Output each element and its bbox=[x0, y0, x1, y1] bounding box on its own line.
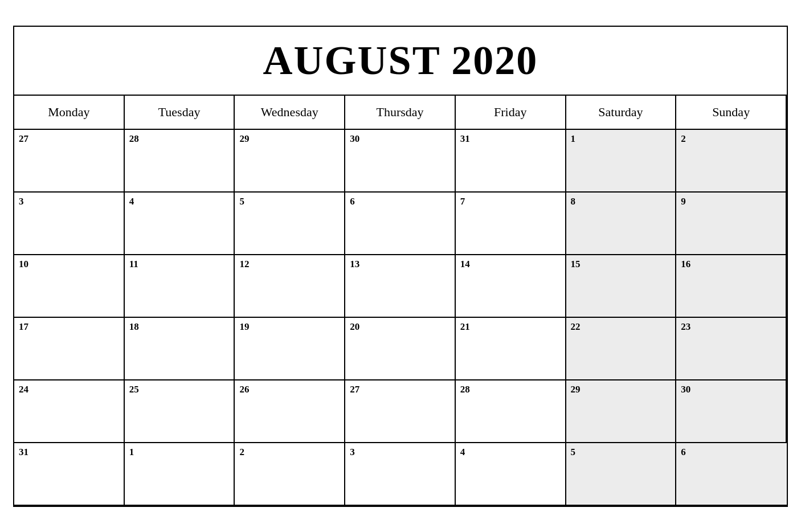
day-cell: 21 bbox=[456, 318, 566, 380]
day-cell: 27 bbox=[345, 380, 456, 443]
day-cell: 5 bbox=[566, 443, 677, 506]
day-number: 17 bbox=[19, 321, 28, 332]
day-cell: 20 bbox=[345, 318, 456, 380]
day-number: 6 bbox=[681, 447, 686, 457]
day-number: 24 bbox=[19, 384, 28, 395]
day-cell: 3 bbox=[14, 193, 125, 255]
day-number: 31 bbox=[19, 447, 28, 457]
day-cell: 23 bbox=[676, 318, 787, 380]
day-number: 16 bbox=[681, 259, 690, 269]
calendar-title: AUGUST 2020 bbox=[14, 27, 787, 96]
day-number: 25 bbox=[129, 384, 139, 395]
day-cell: 22 bbox=[566, 318, 677, 380]
day-header-saturday: Saturday bbox=[566, 96, 677, 130]
day-number: 30 bbox=[681, 384, 690, 395]
calendar-grid: MondayTuesdayWednesdayThursdayFridaySatu… bbox=[14, 96, 787, 506]
day-header-thursday: Thursday bbox=[345, 96, 456, 130]
day-cell: 6 bbox=[345, 193, 456, 255]
day-cell: 30 bbox=[676, 380, 787, 443]
day-cell: 6 bbox=[676, 443, 787, 506]
day-number: 20 bbox=[350, 321, 359, 332]
day-number: 26 bbox=[239, 384, 249, 395]
day-cell: 15 bbox=[566, 255, 677, 318]
day-cell: 10 bbox=[14, 255, 125, 318]
day-number: 3 bbox=[350, 447, 355, 457]
day-cell: 30 bbox=[345, 130, 456, 193]
day-number: 2 bbox=[239, 447, 244, 457]
day-cell: 17 bbox=[14, 318, 125, 380]
day-number: 4 bbox=[460, 447, 465, 457]
day-cell: 14 bbox=[456, 255, 566, 318]
day-cell: 4 bbox=[456, 443, 566, 506]
day-cell: 3 bbox=[345, 443, 456, 506]
day-number: 21 bbox=[460, 321, 470, 332]
day-cell: 13 bbox=[345, 255, 456, 318]
day-number: 5 bbox=[571, 447, 576, 457]
day-number: 29 bbox=[239, 133, 249, 144]
day-number: 23 bbox=[681, 321, 690, 332]
day-header-sunday: Sunday bbox=[676, 96, 787, 130]
day-cell: 1 bbox=[125, 443, 235, 506]
day-cell: 26 bbox=[235, 380, 345, 443]
day-number: 11 bbox=[129, 259, 138, 269]
day-cell: 8 bbox=[566, 193, 677, 255]
day-number: 10 bbox=[19, 259, 28, 269]
day-header-wednesday: Wednesday bbox=[235, 96, 345, 130]
day-cell: 29 bbox=[566, 380, 677, 443]
day-number: 15 bbox=[571, 259, 581, 269]
day-number: 1 bbox=[129, 447, 134, 457]
day-cell: 31 bbox=[456, 130, 566, 193]
day-number: 13 bbox=[350, 259, 359, 269]
day-number: 2 bbox=[681, 133, 686, 144]
day-cell: 24 bbox=[14, 380, 125, 443]
day-number: 4 bbox=[129, 196, 134, 207]
day-cell: 9 bbox=[676, 193, 787, 255]
day-number: 5 bbox=[239, 196, 244, 207]
day-cell: 31 bbox=[14, 443, 125, 506]
day-cell: 25 bbox=[125, 380, 235, 443]
day-cell: 7 bbox=[456, 193, 566, 255]
day-header-tuesday: Tuesday bbox=[125, 96, 235, 130]
day-number: 28 bbox=[460, 384, 470, 395]
day-number: 1 bbox=[571, 133, 576, 144]
day-number: 28 bbox=[129, 133, 139, 144]
day-cell: 28 bbox=[125, 130, 235, 193]
day-cell: 19 bbox=[235, 318, 345, 380]
calendar: AUGUST 2020 MondayTuesdayWednesdayThursd… bbox=[13, 26, 788, 507]
day-cell: 27 bbox=[14, 130, 125, 193]
day-number: 29 bbox=[571, 384, 581, 395]
day-cell: 2 bbox=[235, 443, 345, 506]
day-number: 14 bbox=[460, 259, 470, 269]
day-number: 6 bbox=[350, 196, 355, 207]
day-cell: 28 bbox=[456, 380, 566, 443]
day-number: 22 bbox=[571, 321, 581, 332]
day-header-friday: Friday bbox=[456, 96, 566, 130]
day-header-monday: Monday bbox=[14, 96, 125, 130]
day-cell: 2 bbox=[676, 130, 787, 193]
day-number: 30 bbox=[350, 133, 359, 144]
day-cell: 5 bbox=[235, 193, 345, 255]
day-number: 19 bbox=[239, 321, 249, 332]
day-number: 9 bbox=[681, 196, 686, 207]
day-number: 12 bbox=[239, 259, 249, 269]
day-number: 3 bbox=[19, 196, 24, 207]
day-cell: 4 bbox=[125, 193, 235, 255]
day-cell: 11 bbox=[125, 255, 235, 318]
day-cell: 16 bbox=[676, 255, 787, 318]
day-number: 27 bbox=[350, 384, 359, 395]
day-number: 27 bbox=[19, 133, 28, 144]
day-cell: 12 bbox=[235, 255, 345, 318]
day-number: 18 bbox=[129, 321, 139, 332]
day-number: 7 bbox=[460, 196, 465, 207]
day-cell: 1 bbox=[566, 130, 677, 193]
day-cell: 18 bbox=[125, 318, 235, 380]
day-cell: 29 bbox=[235, 130, 345, 193]
day-number: 8 bbox=[571, 196, 576, 207]
day-number: 31 bbox=[460, 133, 470, 144]
